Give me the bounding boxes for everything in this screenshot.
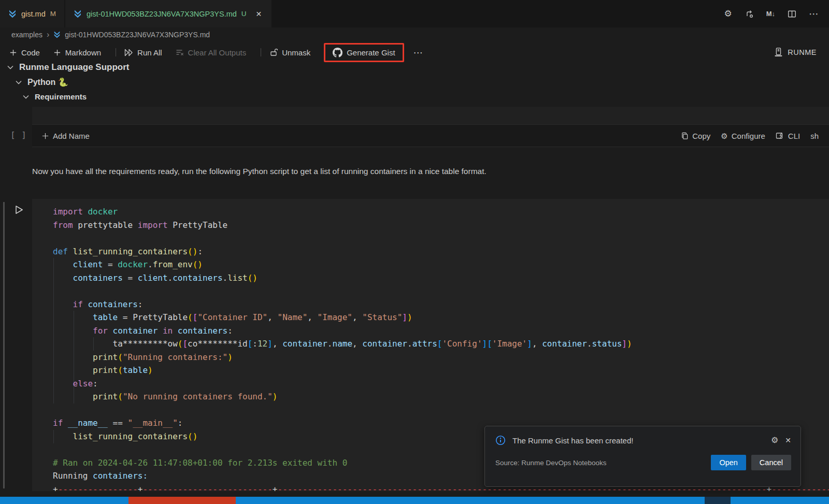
add-name-label: Add Name bbox=[53, 132, 90, 140]
tab-gist-md[interactable]: gist.md M bbox=[0, 0, 64, 27]
play-icon bbox=[13, 204, 24, 215]
cell-editor-bottom[interactable] bbox=[32, 107, 829, 124]
fold-chevron-icon[interactable] bbox=[16, 80, 22, 84]
tab-gist-notebook[interactable]: gist-01HWD053BZ23JN6VA7X3NGP3YS.md U ✕ bbox=[65, 0, 271, 27]
runme-file-icon bbox=[74, 9, 82, 18]
toolbar-divider bbox=[261, 48, 261, 56]
gear-icon: ⚙ bbox=[721, 132, 727, 140]
notebook-toolbar: Code Markdown Run All Clear All Outputs … bbox=[0, 41, 423, 63]
unmask-button[interactable]: Unmask bbox=[269, 48, 310, 57]
statusbar-navy-segment bbox=[705, 497, 731, 504]
runme-extension-button[interactable]: RUNME bbox=[773, 41, 817, 63]
tab-bar: gist.md M gist-01HWD053BZ23JN6VA7X3NGP3Y… bbox=[0, 0, 829, 27]
compare-changes-icon[interactable] bbox=[745, 9, 754, 19]
heading-python: Python 🐍 bbox=[16, 77, 68, 87]
breadcrumb-file[interactable]: gist-01HWD053BZ23JN6VA7X3NGP3YS.md bbox=[65, 31, 210, 39]
add-code-cell-button[interactable]: Code bbox=[9, 48, 40, 57]
fold-chevron-icon[interactable] bbox=[23, 95, 29, 99]
markdown-paragraph: Now you have all the requirements ready,… bbox=[32, 167, 487, 176]
cancel-button[interactable]: Cancel bbox=[751, 455, 791, 470]
clear-all-icon bbox=[176, 49, 184, 56]
add-markdown-label: Markdown bbox=[65, 48, 101, 57]
copy-icon bbox=[681, 132, 689, 140]
cell-status-bar: Add Name Copy ⚙ Configure CLI sh bbox=[32, 124, 829, 147]
notification-settings-icon[interactable]: ⚙ bbox=[771, 436, 778, 444]
tab-modified-badge: M bbox=[50, 10, 56, 18]
status-bar bbox=[0, 497, 829, 504]
editor-actions: ⚙ M↓ ⋯ bbox=[724, 0, 819, 27]
unlock-icon bbox=[269, 48, 278, 56]
add-name-button[interactable]: Add Name bbox=[41, 132, 90, 140]
run-cell-button[interactable] bbox=[13, 204, 24, 215]
breadcrumb: examples › gist-01HWD053BZ23JN6VA7X3NGP3… bbox=[0, 27, 829, 41]
notification-toast: The Runme Gist has been created! ⚙ ✕ Sou… bbox=[484, 426, 801, 487]
tab-close-icon[interactable]: ✕ bbox=[254, 9, 264, 19]
info-icon bbox=[495, 435, 506, 445]
run-all-icon bbox=[124, 49, 133, 56]
runme-label: RUNME bbox=[788, 48, 817, 56]
heading-label: Python 🐍 bbox=[27, 77, 68, 87]
notification-source: Source: Runme DevOps Notebooks bbox=[495, 459, 607, 467]
execution-count-marker: [ ] bbox=[10, 130, 27, 140]
heading-label: Runme Language Support bbox=[19, 62, 130, 73]
add-markdown-cell-button[interactable]: Markdown bbox=[53, 48, 101, 57]
breadcrumb-separator: › bbox=[47, 30, 49, 39]
run-all-label: Run All bbox=[137, 48, 162, 57]
fold-chevron-icon[interactable] bbox=[7, 65, 13, 69]
toolbar-more-icon[interactable]: ⋯ bbox=[413, 48, 423, 57]
breadcrumb-folder[interactable]: examples bbox=[11, 31, 42, 39]
split-editor-icon[interactable] bbox=[788, 10, 796, 18]
tab-untracked-badge: U bbox=[241, 10, 247, 18]
generate-gist-label: Generate Gist bbox=[347, 48, 395, 57]
annotation-generate-gist-highlight: Generate Gist bbox=[324, 43, 404, 62]
copy-button[interactable]: Copy bbox=[681, 132, 710, 140]
runme-file-icon bbox=[53, 31, 61, 38]
clear-all-outputs-button[interactable]: Clear All Outputs bbox=[176, 48, 247, 57]
configure-button[interactable]: ⚙ Configure bbox=[721, 132, 765, 140]
toolbar-divider bbox=[116, 48, 116, 56]
open-button[interactable]: Open bbox=[711, 455, 746, 470]
settings-gear-icon[interactable]: ⚙ bbox=[724, 9, 732, 18]
unmask-label: Unmask bbox=[282, 48, 310, 57]
add-code-label: Code bbox=[21, 48, 40, 57]
cli-label: CLI bbox=[788, 132, 800, 140]
runme-file-icon bbox=[8, 9, 17, 18]
notification-message: The Runme Gist has been created! bbox=[512, 436, 764, 445]
tab-label: gist.md bbox=[21, 10, 46, 18]
runme-logo-icon bbox=[773, 47, 783, 57]
run-all-button[interactable]: Run All bbox=[124, 48, 162, 57]
cell-language-picker[interactable]: sh bbox=[810, 132, 819, 140]
generate-gist-button[interactable]: Generate Gist bbox=[333, 48, 395, 57]
copy-label: Copy bbox=[692, 132, 710, 140]
heading-runme-language-support: Runme Language Support bbox=[7, 62, 130, 73]
markdown-preview-icon[interactable]: M↓ bbox=[766, 10, 775, 18]
notification-close-icon[interactable]: ✕ bbox=[785, 436, 791, 444]
clear-all-label: Clear All Outputs bbox=[188, 48, 247, 57]
plus-icon bbox=[41, 132, 49, 140]
github-octocat-icon bbox=[333, 48, 342, 57]
tab-label: gist-01HWD053BZ23JN6VA7X3NGP3YS.md bbox=[87, 10, 237, 18]
statusbar-red-segment bbox=[128, 497, 236, 504]
heading-requirements: Requirements bbox=[23, 92, 87, 101]
cli-button[interactable]: CLI bbox=[776, 132, 800, 140]
configure-label: Configure bbox=[732, 132, 765, 140]
cli-icon bbox=[776, 132, 784, 140]
cell-focus-indicator bbox=[3, 202, 5, 488]
more-actions-icon[interactable]: ⋯ bbox=[809, 9, 819, 19]
heading-label: Requirements bbox=[35, 92, 87, 101]
